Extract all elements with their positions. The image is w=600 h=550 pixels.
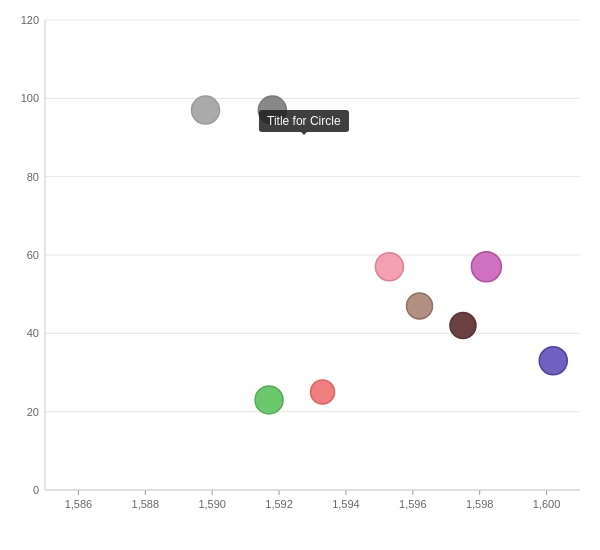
svg-rect-0 <box>0 0 600 550</box>
data-point[interactable] <box>450 313 476 339</box>
svg-text:100: 100 <box>21 92 39 104</box>
svg-text:20: 20 <box>27 406 39 418</box>
scatter-chart: 0204060801001201,5861,5881,5901,5921,594… <box>0 0 600 550</box>
data-point[interactable] <box>258 96 286 124</box>
svg-text:60: 60 <box>27 249 39 261</box>
data-point[interactable] <box>311 380 335 404</box>
data-point[interactable] <box>539 347 567 375</box>
data-point[interactable] <box>407 293 433 319</box>
svg-text:40: 40 <box>27 327 39 339</box>
data-point[interactable] <box>192 96 220 124</box>
chart-container: 0204060801001201,5861,5881,5901,5921,594… <box>0 0 600 550</box>
data-point[interactable] <box>255 386 283 414</box>
data-point[interactable] <box>471 252 501 282</box>
svg-text:120: 120 <box>21 14 39 26</box>
svg-text:0: 0 <box>33 484 39 496</box>
svg-text:1,594: 1,594 <box>332 498 360 510</box>
svg-text:1,598: 1,598 <box>466 498 494 510</box>
svg-text:1,592: 1,592 <box>265 498 293 510</box>
data-point[interactable] <box>375 253 403 281</box>
svg-text:1,586: 1,586 <box>65 498 93 510</box>
svg-text:1,588: 1,588 <box>132 498 160 510</box>
svg-text:1,590: 1,590 <box>198 498 226 510</box>
svg-text:1,600: 1,600 <box>533 498 561 510</box>
svg-text:80: 80 <box>27 171 39 183</box>
svg-text:1,596: 1,596 <box>399 498 427 510</box>
